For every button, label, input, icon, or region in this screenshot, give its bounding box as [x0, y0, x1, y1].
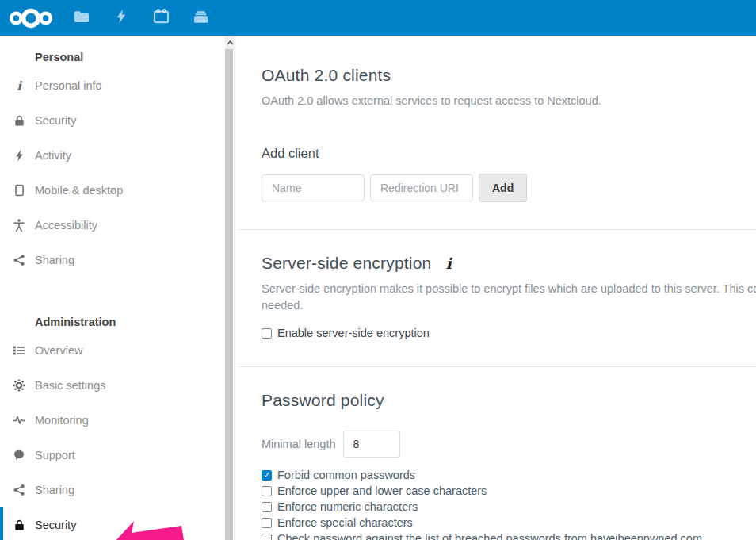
forbid-common-passwords-checkbox[interactable]: ✓ Forbid common passwords [262, 467, 732, 483]
sidebar-item-security-personal[interactable]: Security [0, 103, 238, 138]
lightning-icon [116, 10, 127, 27]
encryption-description-line2: needed. [262, 297, 732, 314]
calendar-icon [153, 9, 170, 27]
files-app-button[interactable] [62, 0, 101, 36]
share-icon [13, 255, 25, 266]
scrollbar-up-button[interactable] [225, 36, 235, 49]
checkbox-unchecked-icon [262, 502, 272, 512]
checkbox-unchecked-icon [262, 328, 272, 339]
pulse-icon [13, 416, 25, 425]
sidebar-item-monitoring[interactable]: Monitoring [0, 403, 238, 438]
client-name-input[interactable] [262, 174, 365, 201]
sidebar-item-activity[interactable]: Activity [0, 138, 238, 173]
accessibility-icon [13, 219, 25, 232]
sidebar-item-accessibility[interactable]: Accessibility [0, 208, 238, 243]
phone-icon [13, 184, 25, 197]
enforce-case-checkbox[interactable]: Enforce upper and lower case characters [262, 483, 732, 499]
minimal-length-label: Minimal length [262, 438, 336, 450]
sidebar-item-sharing-admin[interactable]: Sharing [0, 473, 238, 507]
settings-sidebar: Personal i Personal info Security Activi… [0, 36, 238, 540]
list-icon [13, 346, 25, 355]
sidebar-item-sharing-personal[interactable]: Sharing [0, 243, 238, 278]
sidebar-item-support[interactable]: Support [0, 438, 238, 473]
enforce-numeric-checkbox[interactable]: Enforce numeric characters [262, 499, 732, 515]
encryption-section: Server-side encryption i Server-side enc… [238, 230, 756, 367]
oauth-description: OAuth 2.0 allows external services to re… [262, 93, 732, 109]
lightning-icon [13, 150, 25, 162]
checkbox-unchecked-icon [262, 518, 272, 528]
oauth-section: OAuth 2.0 clients OAuth 2.0 allows exter… [238, 36, 756, 230]
minimal-length-input[interactable] [343, 431, 400, 458]
lock-icon [13, 114, 25, 127]
calendar-app-button[interactable] [141, 0, 181, 36]
checkbox-checked-icon: ✓ [262, 470, 272, 481]
settings-content: OAuth 2.0 clients OAuth 2.0 allows exter… [238, 36, 756, 540]
share-icon [13, 484, 25, 496]
encryption-title: Server-side encryption [262, 254, 432, 273]
chevron-up-icon [227, 40, 234, 45]
stack-icon [193, 10, 209, 27]
hibp-check-checkbox[interactable]: Check password against the list of breac… [262, 530, 732, 540]
sidebar-item-overview[interactable]: Overview [0, 333, 238, 368]
enable-encryption-checkbox[interactable]: Enable server-side encryption [262, 327, 732, 339]
sidebar-caption-administration: Administration [0, 311, 238, 333]
sidebar-item-personal-info[interactable]: i Personal info [0, 68, 238, 103]
redirect-uri-input[interactable] [370, 174, 473, 201]
checkbox-unchecked-icon [262, 486, 272, 496]
sidebar-scrollbar [225, 36, 235, 540]
add-client-label: Add client [262, 146, 732, 161]
password-policy-title: Password policy [262, 391, 732, 410]
deck-app-button[interactable] [181, 0, 220, 36]
folder-icon [74, 10, 90, 26]
top-bar [0, 0, 756, 36]
checkbox-unchecked-icon [262, 534, 272, 540]
encryption-description-line1: Server-side encryption makes it possible… [262, 281, 732, 297]
chat-icon [13, 450, 25, 461]
gear-icon [13, 379, 25, 392]
sidebar-item-mobile-desktop[interactable]: Mobile & desktop [0, 173, 238, 208]
info-icon: i [13, 79, 25, 94]
activity-app-button[interactable] [101, 0, 141, 36]
sidebar-item-security-admin[interactable]: Security [0, 507, 238, 540]
info-icon[interactable]: i [446, 255, 452, 272]
add-client-button[interactable]: Add [479, 174, 527, 202]
oauth-title: OAuth 2.0 clients [262, 66, 732, 85]
scrollbar-thumb[interactable] [225, 49, 233, 540]
enforce-special-checkbox[interactable]: Enforce special characters [262, 515, 732, 530]
nextcloud-logo-icon [6, 7, 56, 29]
sidebar-caption-personal: Personal [0, 46, 238, 68]
password-policy-section: Password policy Minimal length ✓ Forbid … [238, 367, 756, 540]
lock-icon [13, 519, 25, 531]
nextcloud-logo[interactable] [0, 7, 62, 29]
sidebar-item-basic-settings[interactable]: Basic settings [0, 368, 238, 403]
